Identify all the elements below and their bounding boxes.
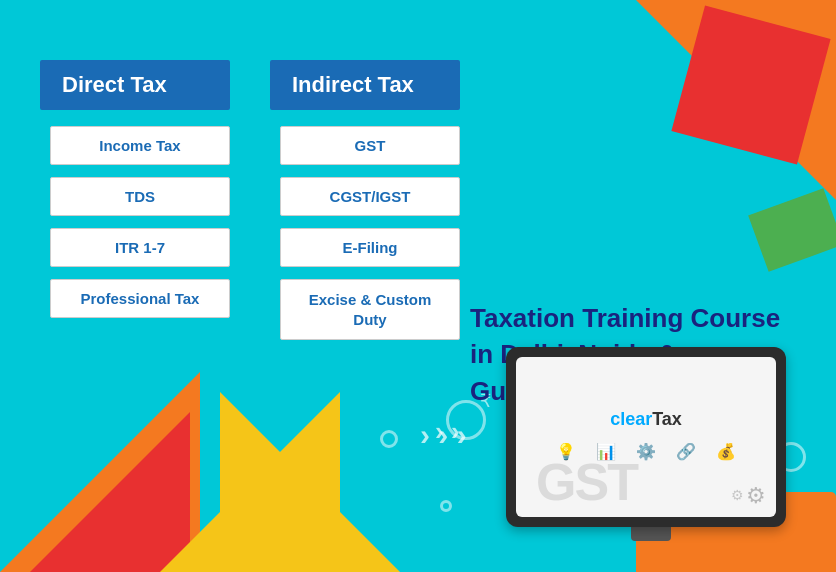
bulb-icon: 💡 (550, 438, 582, 466)
gear-icon-small: ⚙ (731, 487, 744, 503)
monitor-container: clearTax 💡 📊 ⚙️ 🔗 💰 GST ⚙ ⚙ (506, 347, 796, 542)
gst-item[interactable]: GST (280, 126, 460, 165)
professional-tax-item[interactable]: Professional Tax (50, 279, 230, 318)
monitor-stand (631, 527, 671, 541)
coin-icon-monitor: 💰 (710, 438, 742, 466)
income-tax-item[interactable]: Income Tax (50, 126, 230, 165)
indirect-tax-items: GST CGST/IGST E-Filing Excise & CustomDu… (270, 126, 460, 340)
network-icon: 🔗 (670, 438, 702, 466)
bg-rect-green (748, 188, 836, 272)
brand-clear: clear (610, 409, 652, 429)
excise-item[interactable]: Excise & CustomDuty (280, 279, 460, 340)
direct-tax-items: Income Tax TDS ITR 1-7 Professional Tax (40, 126, 230, 318)
cleartax-brand: clearTax (610, 409, 682, 430)
bg-circle-1 (380, 430, 398, 448)
monitor-icons: 💡 📊 ⚙️ 🔗 💰 (550, 438, 742, 466)
chart-icon: 📊 (590, 438, 622, 466)
cgst-item[interactable]: CGST/IGST (280, 177, 460, 216)
efiling-item[interactable]: E-Filing (280, 228, 460, 267)
tds-item[interactable]: TDS (50, 177, 230, 216)
bg-circle-2 (440, 500, 452, 512)
monitor-arrow: › › (435, 416, 460, 447)
tax-columns-container: Direct Tax Income Tax TDS ITR 1-7 Profes… (40, 60, 460, 340)
headline-line1: Taxation Training Course (470, 303, 780, 333)
gear-icon: ⚙️ (630, 438, 662, 466)
itr-item[interactable]: ITR 1-7 (50, 228, 230, 267)
indirect-tax-header: Indirect Tax (270, 60, 460, 110)
indirect-tax-column: Indirect Tax GST CGST/IGST E-Filing Exci… (270, 60, 460, 340)
monitor: clearTax 💡 📊 ⚙️ 🔗 💰 GST ⚙ ⚙ (506, 347, 786, 527)
brand-tax: Tax (652, 409, 682, 429)
gear-icon-bottom: ⚙ (746, 483, 766, 509)
bg-pyramid-yellow2 (220, 392, 400, 572)
direct-tax-column: Direct Tax Income Tax TDS ITR 1-7 Profes… (40, 60, 230, 340)
direct-tax-header: Direct Tax (40, 60, 230, 110)
monitor-screen: clearTax 💡 📊 ⚙️ 🔗 💰 GST ⚙ ⚙ (516, 357, 776, 517)
